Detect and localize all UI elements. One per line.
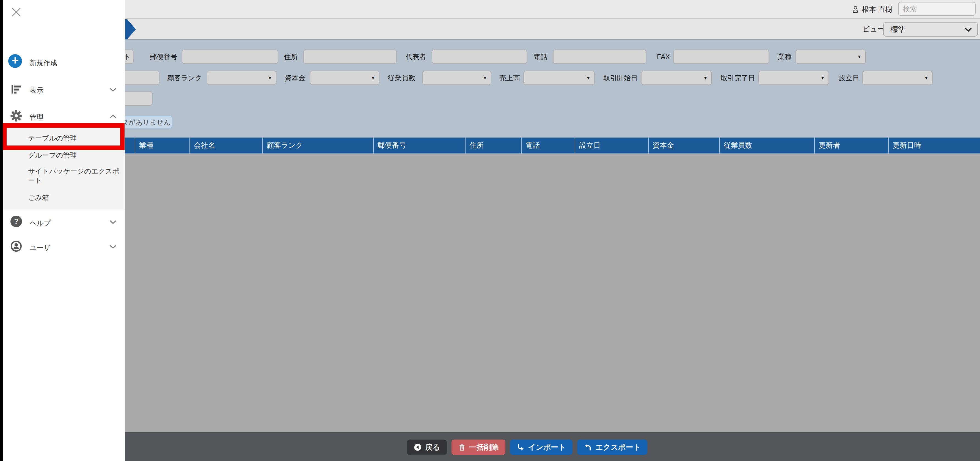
column-header-updated-at[interactable]: 更新日時 <box>888 137 980 153</box>
filter-label-phone: 電話 <box>534 49 547 64</box>
caret-down-icon: ▼ <box>703 71 708 85</box>
plus-circle-icon[interactable]: + <box>8 54 22 68</box>
sidebar-item-table-management[interactable]: テーブルの管理 <box>28 134 77 143</box>
column-header-founded[interactable]: 設立日 <box>575 137 648 153</box>
column-header-updated-by[interactable]: 更新者 <box>814 137 888 153</box>
sidebar-item-user[interactable]: ユーザ <box>30 243 51 252</box>
footer-toolbar: 戻る 一括削除 インポート <box>0 432 980 461</box>
filter-select-sales[interactable]: ▼ <box>523 71 595 85</box>
filter-label-trade-start: 取引開始日 <box>603 71 638 85</box>
filter-select-customer-rank[interactable]: ▼ <box>207 71 276 85</box>
caret-down-icon: ▼ <box>820 71 825 85</box>
filter-select-trade-start[interactable]: ▼ <box>641 71 712 85</box>
filter-panel: リセット 郵便番号 住所 代表者 電話 FAX 業種 ▼ 顧客ランク ▼ 資本金… <box>0 40 980 137</box>
filter-label-trade-end: 取引完了日 <box>721 71 755 85</box>
display-list-icon <box>11 84 21 95</box>
filter-select-employees[interactable]: ▼ <box>422 71 492 85</box>
column-header-select[interactable] <box>125 137 135 153</box>
sidebar-item-group-management[interactable]: グループの管理 <box>28 151 77 160</box>
sidebar-item-display[interactable]: 表示 <box>30 86 43 95</box>
import-button-label: インポート <box>528 442 566 452</box>
column-header-phone[interactable]: 電話 <box>521 137 575 153</box>
column-header-company[interactable]: 会社名 <box>189 137 262 153</box>
export-button-label: エクスポート <box>595 442 641 452</box>
filter-label-fax: FAX <box>657 49 670 64</box>
search-input[interactable] <box>898 2 975 16</box>
back-button[interactable]: 戻る <box>407 440 447 455</box>
filter-select-industry[interactable]: ▼ <box>795 49 866 64</box>
filter-label-industry: 業種 <box>778 49 792 64</box>
chevron-down-icon <box>964 27 972 32</box>
column-header-industry[interactable]: 業種 <box>135 137 189 153</box>
bulk-delete-button[interactable]: 一括削除 <box>452 440 505 455</box>
import-arrow-icon <box>517 443 525 451</box>
back-circle-icon <box>414 443 422 451</box>
filter-label-postal: 郵便番号 <box>150 49 177 64</box>
admin-submenu: テーブルの管理 グループの管理 サイトパッケージのエクスポート ごみ箱 <box>0 125 125 210</box>
caret-down-icon: ▼ <box>371 71 375 85</box>
export-button[interactable]: エクスポート <box>577 440 647 455</box>
help-icon: ? <box>10 215 22 227</box>
left-edge-strip <box>0 0 3 461</box>
back-button-label: 戻る <box>425 442 440 452</box>
sidebar-item-site-package-export[interactable]: サイトパッケージのエクスポート <box>28 167 120 185</box>
user-name: 根本 直樹 <box>862 5 892 14</box>
caret-down-icon: ▼ <box>267 71 272 85</box>
filter-select-founded[interactable]: ▼ <box>862 71 933 85</box>
chevron-down-icon[interactable] <box>110 88 116 92</box>
filter-label-representative: 代表者 <box>406 49 426 64</box>
column-header-capital[interactable]: 資本金 <box>648 137 719 153</box>
filter-input-representative[interactable] <box>432 49 527 64</box>
sidebar-item-help[interactable]: ヘルプ <box>30 219 51 228</box>
person-icon <box>852 5 859 13</box>
filter-select-capital[interactable]: ▼ <box>310 71 379 85</box>
caret-down-icon: ▼ <box>857 50 862 64</box>
chevron-down-icon[interactable] <box>110 245 116 249</box>
column-header-address[interactable]: 住所 <box>465 137 521 153</box>
chevron-up-icon[interactable] <box>110 114 116 118</box>
filter-label-customer-rank: 顧客ランク <box>167 71 202 85</box>
gear-icon <box>10 110 22 122</box>
filter-label-founded: 設立日 <box>838 71 859 85</box>
filter-label-sales: 売上高 <box>500 71 520 85</box>
caret-down-icon: ▼ <box>924 71 929 85</box>
view-label: ビュー <box>862 19 884 40</box>
column-header-customer-rank[interactable]: 顧客ランク <box>262 137 373 153</box>
sidebar-item-admin[interactable]: 管理 <box>30 113 43 122</box>
filter-label-capital: 資本金 <box>285 71 305 85</box>
filter-select-trade-end[interactable]: ▼ <box>758 71 829 85</box>
sidebar-item-trash[interactable]: ごみ箱 <box>28 193 49 202</box>
import-button[interactable]: インポート <box>510 440 573 455</box>
view-select-value: 標準 <box>890 22 905 36</box>
user-circle-icon <box>10 241 22 252</box>
filter-input-phone[interactable] <box>553 49 646 64</box>
app-root: 根本 直樹 ビュー 標準 リセット 郵便番号 住所 代表者 電話 FAX 業種 … <box>0 0 980 461</box>
close-icon[interactable] <box>11 7 21 18</box>
trash-icon <box>458 443 466 451</box>
filter-input-address[interactable] <box>303 49 397 64</box>
column-header-employees[interactable]: 従業員数 <box>719 137 814 153</box>
table-body-empty <box>125 154 980 432</box>
filter-label-employees: 従業員数 <box>388 71 415 85</box>
top-header-bar: 根本 直樹 <box>0 0 980 19</box>
view-bar: ビュー 標準 <box>0 19 980 40</box>
caret-down-icon: ▼ <box>586 71 591 85</box>
sidebar-menu: + 新規作成 表示 管理 <box>0 0 125 461</box>
footer-buttons: 戻る 一括削除 インポート <box>407 440 647 455</box>
caret-down-icon: ▼ <box>482 71 487 85</box>
column-header-postal[interactable]: 郵便番号 <box>373 137 465 153</box>
view-select[interactable]: 標準 <box>883 22 978 37</box>
bulk-delete-button-label: 一括削除 <box>469 442 499 452</box>
table-header: 業種 会社名 顧客ランク 郵便番号 住所 電話 設立日 資本金 従業員数 更新者… <box>125 137 980 154</box>
sidebar-item-new[interactable]: 新規作成 <box>30 58 57 67</box>
filter-input-postal[interactable] <box>182 49 278 64</box>
filter-input-fax[interactable] <box>673 49 769 64</box>
filter-label-address: 住所 <box>284 49 298 64</box>
current-user[interactable]: 根本 直樹 <box>852 3 892 15</box>
export-arrow-icon <box>584 443 592 451</box>
chevron-down-icon[interactable] <box>110 220 116 225</box>
